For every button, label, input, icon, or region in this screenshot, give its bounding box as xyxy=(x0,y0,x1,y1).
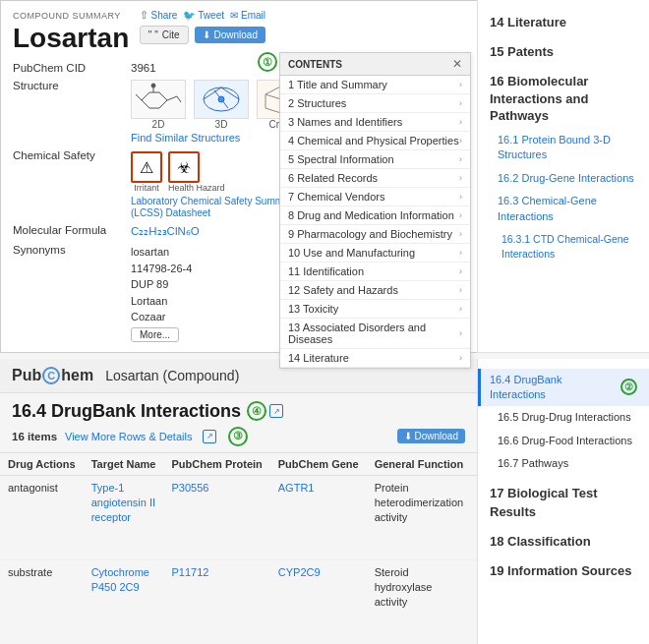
section-heading-row: 16.4 DrugBank Interactions ④ ↗ xyxy=(0,393,477,424)
annotation-circle-1: ① xyxy=(254,52,277,72)
table-row: substrate Cytochrome P450 2C9 P11712 CYP… xyxy=(0,559,477,644)
col-drug-actions: Drug Actions xyxy=(0,452,84,475)
structure-2d[interactable]: 2D xyxy=(131,80,186,130)
toc-item-12[interactable]: 12 Safety and Hazards› xyxy=(280,281,470,300)
cite-download-row: " " Cite ⬇ Download xyxy=(140,26,266,44)
share-row: ⇧ Share 🐦 Tweet ✉ Email xyxy=(140,9,266,22)
safety-label-health: Health Hazard xyxy=(168,183,225,193)
toc-item-13b[interactable]: 13 Associated Disorders and Diseases› xyxy=(280,319,470,349)
toc-item-13[interactable]: 13 Toxicity› xyxy=(280,300,470,319)
top-area: COMPOUND SUMMARY Losartan PubChem CID 39… xyxy=(0,0,649,353)
nav-item-biomolecular[interactable]: 16 Biomolecular Interactions and Pathway… xyxy=(478,69,649,129)
svg-line-8 xyxy=(136,94,142,100)
page-container: COMPOUND SUMMARY Losartan PubChem CID 39… xyxy=(0,0,649,644)
target-name-link-2[interactable]: Cytochrome P450 2C9 xyxy=(91,566,149,593)
nav-item-drug-drug[interactable]: 16.5 Drug-Drug Interactions xyxy=(478,406,649,429)
toc-close-button[interactable]: ✕ xyxy=(452,57,462,71)
pubchem-gene-2: CYP2C9 xyxy=(270,559,367,644)
structure-label: Structure xyxy=(13,80,131,144)
svg-line-5 xyxy=(142,100,149,108)
more-button[interactable]: More... xyxy=(131,327,179,342)
toc-item-7[interactable]: 7 Chemical Vendors› xyxy=(280,188,470,206)
info-grid: PubChem CID 3961 Structure xyxy=(13,62,308,342)
download-button-top[interactable]: ⬇ Download xyxy=(195,27,266,43)
nav-item-info-sources[interactable]: 19 Information Sources xyxy=(478,558,649,584)
toc-header: CONTENTS ✕ xyxy=(280,53,470,76)
nav-item-classification[interactable]: 18 Classification xyxy=(478,529,649,555)
items-row: 16 items View More Rows & Details ↗ ③ ⬇ … xyxy=(0,424,477,452)
items-count: 16 items xyxy=(12,431,57,442)
pubchem-c-circle: C xyxy=(42,367,60,384)
email-button[interactable]: ✉ Email xyxy=(230,10,266,21)
download-icon-top: ⬇ xyxy=(203,29,210,40)
svg-line-2 xyxy=(159,92,167,100)
nav-item-chem-gene[interactable]: 16.3 Chemical-Gene Interactions xyxy=(478,190,649,228)
2d-label: 2D xyxy=(152,119,165,130)
safety-label-irritant: Irritant xyxy=(131,183,162,193)
annotation-circle-2: ② xyxy=(620,379,637,395)
download-button-table[interactable]: ⬇ Download xyxy=(397,429,465,443)
toc-item-10[interactable]: 10 Use and Manufacturing› xyxy=(280,244,470,263)
pubchem-cid-label: PubChem CID xyxy=(13,62,131,74)
general-function-1: Protein heterodimerization activity xyxy=(367,475,472,559)
email-icon: ✉ xyxy=(230,10,238,21)
target-name-link-1[interactable]: Type-1 angiotensin II receptor xyxy=(91,482,155,524)
toc-item-11[interactable]: 11 Identification› xyxy=(280,263,470,281)
download-icon-table: ⬇ xyxy=(404,431,412,441)
pubchem-protein-1: P30556 xyxy=(163,475,269,559)
toc-item-3[interactable]: 3 Names and Identifiers› xyxy=(280,113,470,132)
drug-action-2: substrate xyxy=(0,559,84,644)
toc-item-5[interactable]: 5 Spectral Information› xyxy=(280,150,470,169)
nav-item-drug-gene[interactable]: 16.2 Drug-Gene Interactions xyxy=(478,167,649,190)
pubchem-protein-link-1[interactable]: P30556 xyxy=(171,482,208,494)
svg-point-10 xyxy=(151,84,155,88)
general-function-2: Steroid hydroxylase activity xyxy=(367,559,472,644)
pubchem-gene-link-1[interactable]: AGTR1 xyxy=(278,482,315,494)
toc-item-1[interactable]: 1 Title and Summary› xyxy=(280,76,470,94)
nav-active-container: 16.4 DrugBank Interactions ② xyxy=(478,369,649,407)
lcss-link[interactable]: Laboratory Chemical Safety Summary (LCSS… xyxy=(131,196,297,218)
safety-icon-health: ☣ Health Hazard xyxy=(168,151,225,193)
pubchem-protein-link-2[interactable]: P11712 xyxy=(171,566,208,578)
toc-item-2[interactable]: 2 Structures› xyxy=(280,94,470,113)
drug-action-1: antagonist xyxy=(0,475,84,559)
nav-item-literature[interactable]: 14 Literature xyxy=(478,10,649,35)
toc-item-4[interactable]: 4 Chemical and Physical Properties› xyxy=(280,132,470,150)
nav-item-ctd[interactable]: 16.3.1 CTD Chemical-Gene Interactions xyxy=(478,228,649,264)
share-button[interactable]: ⇧ Share xyxy=(140,9,178,22)
target-name-1: Type-1 angiotensin II receptor xyxy=(84,475,164,559)
col-pubchem-protein: PubChem Protein xyxy=(163,452,269,475)
share-icon: ⇧ xyxy=(140,9,148,22)
pubchem-gene-link-2[interactable]: CYP2C9 xyxy=(278,566,321,578)
structure-3d[interactable]: 3D xyxy=(194,80,249,130)
pubchem-logo: PubChem xyxy=(12,367,93,384)
tweet-button[interactable]: 🐦 Tweet xyxy=(183,10,224,21)
cite-button[interactable]: " " Cite xyxy=(140,26,189,44)
nav-item-drug-food[interactable]: 16.6 Drug-Food Interactions xyxy=(478,430,649,452)
toc-item-9[interactable]: 9 Pharmacology and Biochemistry› xyxy=(280,225,470,244)
molecular-formula-label: Molecular Formula xyxy=(13,224,131,238)
svg-line-3 xyxy=(159,100,167,108)
svg-line-7 xyxy=(177,96,181,102)
external-link-icon[interactable]: ↗ xyxy=(269,404,283,418)
target-name-2: Cytochrome P450 2C9 xyxy=(84,559,164,644)
col-target-name: Target Name xyxy=(84,452,164,475)
toc-item-6[interactable]: 6 Related Records› xyxy=(280,169,470,188)
svg-line-6 xyxy=(167,96,177,100)
right-sidebar-bottom: 16.4 DrugBank Interactions ② 16.5 Drug-D… xyxy=(477,359,649,645)
nav-item-patents[interactable]: 15 Patents xyxy=(478,39,649,65)
nav-item-protein-bound[interactable]: 16.1 Protein Bound 3-D Structures xyxy=(478,129,649,167)
nav-item-bio-test[interactable]: 17 Biological Test Results xyxy=(478,481,649,524)
pubchem-gene-1: AGTR1 xyxy=(270,475,367,559)
toc-item-14[interactable]: 14 Literature› xyxy=(280,349,470,368)
nav-item-pathways[interactable]: 16.7 Pathways xyxy=(478,452,649,475)
bottom-area: PubChem Losartan (Compound) 16.4 DrugBan… xyxy=(0,359,649,645)
svg-line-0 xyxy=(142,92,149,100)
col-pubchem-gene: PubChem Gene xyxy=(270,452,367,475)
toc-item-8[interactable]: 8 Drug and Medication Information› xyxy=(280,206,470,225)
view-more-link[interactable]: View More Rows & Details xyxy=(65,431,192,442)
nav-item-drugbank[interactable]: 16.4 DrugBank Interactions ② xyxy=(478,369,649,407)
compound-summary-card: COMPOUND SUMMARY Losartan PubChem CID 39… xyxy=(0,0,477,353)
col-general-function: General Function xyxy=(367,452,472,475)
cite-icon: " " xyxy=(148,29,158,40)
